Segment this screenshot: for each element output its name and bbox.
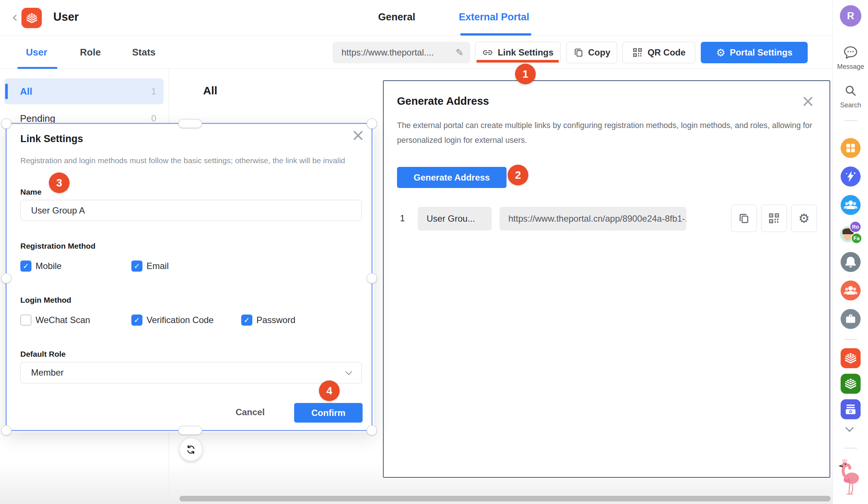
registration-method-row: ✓ Mobile ✓ Email [7, 258, 374, 274]
close-icon[interactable]: × [351, 127, 365, 143]
qr-code-icon [632, 47, 643, 58]
step-badge-1: 1 [515, 64, 536, 84]
tab-user[interactable]: User [26, 47, 47, 58]
row-settings-button[interactable]: ⚙ [791, 205, 817, 232]
registration-method-label: Registration Method [20, 242, 95, 251]
modal-description: The external portal can create multiple … [397, 118, 819, 148]
chevron-down-icon[interactable] [845, 424, 854, 432]
secondary-toolbar: User Role Stats https://www.theportal...… [0, 36, 832, 69]
link-url-cell[interactable]: https://www.theportal.cn/app/8900e24a-8f… [499, 207, 686, 231]
close-icon[interactable]: × [801, 93, 815, 109]
name-label: Name [20, 188, 41, 196]
roles-avatar-cluster-icon[interactable]: Ro Fa [840, 222, 861, 244]
right-rail: R Message Search Ro Fa [832, 0, 868, 504]
checkbox-label[interactable]: Verification Code [147, 315, 213, 325]
active-subtab-underline [17, 67, 57, 69]
name-input[interactable] [20, 200, 362, 221]
app-window: ‹ User General External Portal User Role… [0, 0, 868, 504]
qr-code-label: QR Code [647, 47, 686, 58]
row-qr-button[interactable] [761, 205, 787, 232]
sidebar-item-label: All [20, 86, 32, 97]
row-copy-button[interactable] [731, 205, 757, 232]
rail-divider [844, 448, 857, 448]
checkbox-email[interactable]: ✓ [131, 261, 142, 272]
tab-stats[interactable]: Stats [132, 47, 156, 58]
default-role-label: Default Role [20, 350, 66, 359]
checkbox-label[interactable]: Password [256, 315, 295, 325]
selected-role-value: Member [31, 367, 64, 378]
copy-button[interactable]: Copy [566, 42, 617, 63]
checkbox-mobile[interactable]: ✓ [20, 261, 31, 272]
external-people-icon[interactable] [841, 280, 861, 300]
portal-settings-button[interactable]: ⚙ Portal Settings [701, 42, 808, 63]
qr-code-button[interactable]: QR Code [622, 42, 695, 63]
app-green-brick-icon[interactable] [841, 374, 861, 394]
message-icon[interactable] [842, 44, 859, 61]
sidebar-item-count: 0 [151, 113, 156, 124]
checkbox-verification-code[interactable]: ✓ [131, 315, 142, 326]
edit-pencil-icon[interactable]: ✎ [455, 47, 464, 58]
notification-bell-icon[interactable] [841, 252, 861, 272]
tab-general[interactable]: General [378, 11, 416, 23]
default-role-select[interactable]: Member [20, 362, 362, 383]
cancel-button[interactable]: Cancel [228, 402, 272, 422]
qr-code-icon [768, 212, 780, 225]
link-name-text: User Grou... [427, 214, 475, 224]
workspace-briefcase-icon[interactable] [841, 309, 861, 329]
portal-settings-label: Portal Settings [730, 47, 792, 58]
user-avatar[interactable]: R [840, 5, 861, 27]
role-bubble: Ro [850, 221, 861, 233]
modal-title: Link Settings [20, 133, 83, 145]
confirm-button[interactable]: Confirm [294, 403, 363, 423]
search-label: Search [833, 101, 868, 109]
chevron-down-icon [345, 368, 352, 375]
fa-bubble: Fa [851, 233, 862, 244]
horizontal-scrollbar[interactable] [179, 496, 831, 501]
modal-title: Generate Address [397, 95, 489, 107]
link-name-cell[interactable]: User Grou... [418, 207, 492, 231]
gear-icon: ⚙ [798, 211, 810, 226]
message-label: Message [833, 63, 868, 71]
portal-url-text: https://www.theportal.... [342, 47, 455, 58]
step-badge-4: 4 [319, 380, 340, 401]
back-chevron-icon[interactable]: ‹ [12, 9, 18, 25]
refresh-button[interactable] [179, 438, 202, 461]
app-red-brick-icon[interactable] [841, 348, 861, 368]
modal-description: Registration and login methods must foll… [20, 154, 346, 167]
tab-role[interactable]: Role [80, 47, 101, 58]
generate-address-modal: Generate Address × The external portal c… [383, 80, 830, 478]
step-badge-2: 2 [508, 165, 528, 185]
rail-divider [844, 339, 857, 340]
flamingo-mascot [838, 456, 863, 499]
login-method-label: Login Method [20, 296, 71, 305]
automation-bolt-icon[interactable] [841, 167, 861, 187]
app-logo-icon [21, 8, 42, 28]
portal-url-field[interactable]: https://www.theportal.... ✎ [333, 42, 470, 63]
app-billing-icon[interactable] [841, 399, 861, 419]
link-url-text: https://www.theportal.cn/app/8900e24a-8f… [508, 214, 686, 224]
sidebar-item-all[interactable]: All 1 [4, 78, 164, 104]
page-title: User [53, 10, 79, 24]
copy-icon [573, 47, 584, 58]
refresh-icon [185, 443, 197, 456]
checkbox-wechat-scan[interactable] [20, 315, 31, 326]
checkbox-label[interactable]: Mobile [36, 261, 62, 271]
link-icon [482, 47, 493, 58]
copy-icon [738, 212, 750, 224]
row-index: 1 [400, 205, 411, 232]
tab-external-portal[interactable]: External Portal [459, 11, 529, 23]
link-settings-label: Link Settings [498, 47, 554, 58]
rail-divider [844, 120, 857, 121]
checkbox-label[interactable]: Email [147, 261, 169, 271]
checkbox-password[interactable]: ✓ [241, 315, 252, 326]
contacts-people-icon[interactable] [841, 195, 861, 215]
search-icon[interactable] [843, 83, 858, 98]
generate-address-button[interactable]: Generate Address [397, 167, 507, 188]
checkbox-label[interactable]: WeChat Scan [36, 315, 90, 325]
content-heading: All [203, 84, 217, 97]
step-badge-3: 3 [49, 172, 70, 193]
apps-grid-icon[interactable] [841, 138, 861, 158]
sidebar-item-count: 1 [151, 86, 156, 97]
link-settings-modal: Link Settings × Registration and login m… [7, 124, 374, 432]
annotation-underline-link-settings [477, 60, 559, 63]
